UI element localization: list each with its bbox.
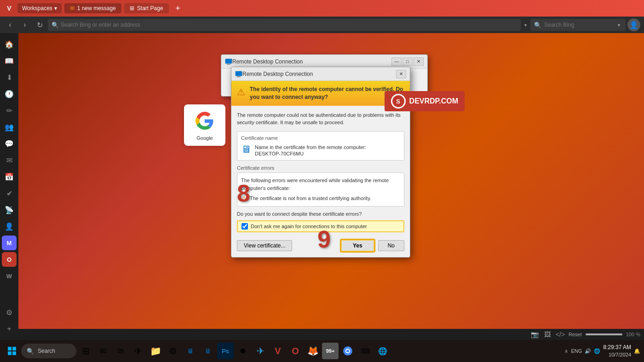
- taskbar-store[interactable]: 🛍: [112, 343, 129, 359]
- clock-date: 10/7/2024: [603, 351, 631, 358]
- devrdp-badge: S DEVRDP.COM: [385, 91, 465, 111]
- nav-bar: ‹ › ↻ 🔍 ▾ 🔍 ▾ 👤: [0, 17, 644, 33]
- profile-button[interactable]: 👤: [627, 18, 640, 31]
- search-bar[interactable]: 🔍 ▾: [530, 19, 626, 31]
- dont-ask-label[interactable]: Don't ask me again for connections to th…: [251, 224, 367, 229]
- sidebar-icon-notes[interactable]: ✏: [2, 103, 17, 118]
- dont-ask-checkbox[interactable]: [242, 223, 248, 230]
- taskbar-obs[interactable]: ⏺: [235, 343, 251, 359]
- tray-up-arrow[interactable]: ∧: [564, 348, 568, 354]
- workspaces-button[interactable]: Workspaces ▾: [17, 3, 62, 13]
- taskbar-mail[interactable]: ✉: [95, 343, 111, 359]
- screenshot-icon[interactable]: 📷: [530, 330, 539, 339]
- back-button[interactable]: ‹: [4, 18, 17, 31]
- connect-question: Do you want to connect despite these cer…: [237, 211, 404, 217]
- inner-dialog-title: Remote Desktop Connection: [242, 71, 396, 77]
- search-dropdown-arrow[interactable]: ▾: [616, 23, 622, 28]
- outer-minimize-button[interactable]: —: [391, 57, 402, 66]
- sidebar-icon-tasks[interactable]: ✔: [2, 186, 17, 201]
- add-tab-button[interactable]: +: [172, 2, 184, 15]
- sidebar-icon-bookmarks[interactable]: 📖: [2, 53, 17, 68]
- taskbar-chrome[interactable]: [339, 343, 356, 359]
- inner-dialog-controls: ✕: [396, 70, 406, 78]
- rdp-inner-title-icon: [235, 70, 242, 78]
- svg-rect-4: [8, 347, 12, 351]
- step-9-indicator: 9: [317, 225, 331, 253]
- address-input[interactable]: [61, 22, 517, 28]
- taskbar-photoshop[interactable]: Ps: [217, 343, 234, 359]
- taskbar-vivaldi[interactable]: V: [270, 343, 286, 359]
- sidebar-icon-history[interactable]: 🕐: [2, 86, 17, 101]
- cert-name-row: 🖥 Name in the certificate from the remot…: [241, 144, 400, 157]
- sidebar-icon-feed[interactable]: 📡: [2, 202, 17, 217]
- start-page-tab[interactable]: ⊞ Start Page: [124, 3, 169, 13]
- quick-access-icons: Google: [184, 104, 225, 146]
- zoom-fill: [586, 333, 622, 335]
- address-dropdown[interactable]: ▾: [523, 23, 529, 28]
- inner-close-button[interactable]: ✕: [396, 70, 406, 78]
- warning-banner: ⚠ The identity of the remote computer ca…: [231, 81, 410, 106]
- outer-maximize-button[interactable]: □: [402, 57, 413, 66]
- google-logo: [193, 109, 216, 132]
- taskbar-telegram2[interactable]: ✈: [252, 343, 269, 359]
- warning-icon: ⚠: [237, 86, 245, 98]
- address-bar[interactable]: 🔍: [48, 19, 521, 31]
- taskbar-settings-2[interactable]: ⚙: [165, 343, 181, 359]
- code-icon[interactable]: </>: [556, 330, 565, 339]
- svg-rect-1: [227, 64, 230, 65]
- no-button[interactable]: No: [378, 240, 404, 251]
- taskbar-rdp[interactable]: 🖥: [182, 343, 199, 359]
- errors-description: The following errors were encountered wh…: [241, 177, 400, 192]
- view-certificate-button[interactable]: View certificate...: [237, 240, 292, 251]
- sidebar-icon-downloads[interactable]: ⬇: [2, 70, 17, 85]
- clock[interactable]: 8:29:37 AM 10/7/2024: [603, 344, 631, 358]
- svg-rect-3: [237, 76, 241, 77]
- sidebar-icon-mail[interactable]: ✉: [2, 153, 17, 167]
- quick-access-google[interactable]: Google: [184, 104, 225, 146]
- taskbar-browser2[interactable]: 🌐: [374, 343, 391, 359]
- rdp-title-icon: [225, 58, 232, 65]
- forward-button[interactable]: ›: [18, 18, 31, 31]
- clock-time: 8:29:37 AM: [603, 344, 631, 351]
- search-input[interactable]: [544, 22, 613, 28]
- taskbar-keyboard[interactable]: ⌨: [357, 343, 374, 359]
- cert-computer-icon: 🖥: [241, 144, 251, 155]
- taskbar-opera[interactable]: O: [287, 343, 304, 359]
- taskbar-firefox[interactable]: 🦊: [305, 343, 321, 359]
- sidebar-icon-wikipedia[interactable]: W: [2, 269, 17, 283]
- sidebar-icon-opera[interactable]: O: [2, 252, 17, 267]
- windows-start-button[interactable]: [4, 343, 20, 359]
- title-bar: V Workspaces ▾ ✉ 1 new message ⊞ Start P…: [0, 0, 644, 17]
- taskbar-files[interactable]: 📁: [147, 343, 164, 359]
- taskbar-telegram[interactable]: ✈: [130, 343, 146, 359]
- dialog-description: The remote computer could not be authent…: [237, 111, 404, 126]
- sidebar-icon-contacts[interactable]: 👥: [2, 120, 17, 134]
- vivaldi-logo[interactable]: V: [4, 3, 15, 14]
- google-label: Google: [196, 135, 213, 141]
- taskbar-search[interactable]: 🔍 Search: [21, 344, 76, 358]
- taskbar-badge[interactable]: 99+: [322, 343, 339, 359]
- reset-button[interactable]: Reset: [569, 332, 582, 337]
- cert-name-value: DESKTOP-70CF6MU: [255, 151, 366, 156]
- sidebar-icon-mastodon[interactable]: M: [2, 236, 17, 250]
- sidebar-icon-add-panel[interactable]: +: [2, 322, 17, 336]
- taskbar-taskview[interactable]: ⊞: [77, 343, 94, 359]
- image-icon[interactable]: 🖼: [543, 330, 552, 339]
- new-message-tab[interactable]: ✉ 1 new message: [64, 3, 121, 13]
- sidebar-icon-social[interactable]: 👤: [2, 219, 17, 234]
- outer-dialog-title: Remote Desktop Connection: [232, 58, 391, 65]
- reload-button[interactable]: ↻: [33, 18, 46, 31]
- tray-notification[interactable]: 🔔: [634, 348, 640, 354]
- sidebar-icon-calendar[interactable]: 📅: [2, 169, 17, 184]
- tray-network[interactable]: 🌐: [594, 348, 600, 354]
- sidebar-icon-chat[interactable]: 💬: [2, 136, 17, 151]
- sidebar-icon-settings[interactable]: ⚙: [2, 305, 17, 320]
- tray-volume[interactable]: 🔊: [585, 348, 591, 354]
- sidebar-icon-home[interactable]: 🏠: [2, 37, 17, 52]
- zoom-slider[interactable]: [586, 333, 622, 335]
- yes-button[interactable]: Yes: [341, 240, 374, 252]
- error-text: The certificate is not from a trusted ce…: [250, 195, 371, 202]
- svg-rect-7: [12, 351, 16, 355]
- taskbar-rdp2[interactable]: 🖥: [200, 343, 216, 359]
- outer-close-button[interactable]: ✕: [414, 57, 424, 66]
